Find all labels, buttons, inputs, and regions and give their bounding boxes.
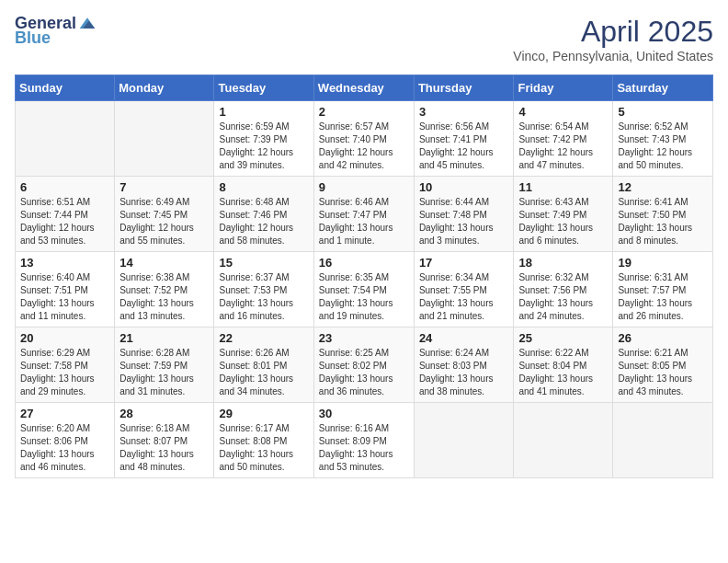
day-number: 12: [618, 180, 708, 194]
day-info: Sunrise: 6:54 AMSunset: 7:42 PMDaylight:…: [518, 121, 608, 172]
calendar-cell: 27Sunrise: 6:20 AMSunset: 8:06 PMDayligh…: [16, 403, 115, 478]
calendar-cell: 6Sunrise: 6:51 AMSunset: 7:44 PMDaylight…: [16, 177, 115, 252]
calendar-cell: 15Sunrise: 6:37 AMSunset: 7:53 PMDayligh…: [214, 252, 313, 327]
calendar-cell: 11Sunrise: 6:43 AMSunset: 7:49 PMDayligh…: [514, 177, 613, 252]
calendar-day-header: Sunday: [16, 75, 115, 101]
calendar-cell: 24Sunrise: 6:24 AMSunset: 8:03 PMDayligh…: [414, 327, 514, 403]
calendar-cell: 28Sunrise: 6:18 AMSunset: 8:07 PMDayligh…: [115, 403, 214, 478]
logo: General Blue: [15, 15, 97, 48]
calendar-day-header: Friday: [514, 75, 613, 101]
calendar-header-row: SundayMondayTuesdayWednesdayThursdayFrid…: [16, 75, 713, 101]
calendar-cell: 29Sunrise: 6:17 AMSunset: 8:08 PMDayligh…: [214, 403, 313, 478]
calendar-day-header: Tuesday: [214, 75, 313, 101]
day-number: 14: [119, 256, 209, 270]
calendar-cell: [115, 101, 214, 177]
day-number: 27: [20, 407, 109, 420]
calendar-day-header: Wednesday: [313, 75, 414, 101]
day-info: Sunrise: 6:40 AMSunset: 7:51 PMDaylight:…: [20, 271, 109, 323]
day-number: 11: [518, 180, 608, 194]
calendar-cell: 21Sunrise: 6:28 AMSunset: 7:59 PMDayligh…: [115, 327, 214, 403]
calendar-cell: 2Sunrise: 6:57 AMSunset: 7:40 PMDaylight…: [313, 101, 414, 177]
day-info: Sunrise: 6:57 AMSunset: 7:40 PMDaylight:…: [319, 121, 409, 172]
calendar-cell: [16, 101, 115, 177]
day-number: 16: [319, 256, 409, 270]
calendar-cell: 30Sunrise: 6:16 AMSunset: 8:09 PMDayligh…: [313, 403, 414, 478]
day-info: Sunrise: 6:43 AMSunset: 7:49 PMDaylight:…: [518, 196, 608, 247]
day-number: 2: [319, 105, 409, 119]
calendar-cell: 20Sunrise: 6:29 AMSunset: 7:58 PMDayligh…: [16, 327, 115, 403]
calendar-cell: 1Sunrise: 6:59 AMSunset: 7:39 PMDaylight…: [214, 101, 313, 177]
month-title: April 2025: [513, 15, 713, 49]
calendar-cell: 18Sunrise: 6:32 AMSunset: 7:56 PMDayligh…: [514, 252, 613, 327]
calendar-cell: 3Sunrise: 6:56 AMSunset: 7:41 PMDaylight…: [414, 101, 514, 177]
day-info: Sunrise: 6:49 AMSunset: 7:45 PMDaylight:…: [119, 196, 209, 247]
calendar-day-header: Saturday: [613, 75, 713, 101]
day-info: Sunrise: 6:25 AMSunset: 8:02 PMDaylight:…: [319, 347, 409, 398]
day-info: Sunrise: 6:37 AMSunset: 7:53 PMDaylight:…: [219, 271, 308, 323]
location-title: Vinco, Pennsylvania, United States: [513, 49, 713, 63]
day-number: 26: [618, 331, 708, 345]
day-info: Sunrise: 6:48 AMSunset: 7:46 PMDaylight:…: [219, 196, 308, 247]
day-number: 8: [219, 180, 308, 194]
day-number: 25: [518, 331, 608, 345]
calendar-week-row: 6Sunrise: 6:51 AMSunset: 7:44 PMDaylight…: [16, 177, 713, 252]
calendar-day-header: Monday: [115, 75, 214, 101]
calendar-day-header: Thursday: [414, 75, 514, 101]
day-info: Sunrise: 6:56 AMSunset: 7:41 PMDaylight:…: [419, 121, 509, 172]
day-number: 5: [618, 105, 708, 119]
day-info: Sunrise: 6:24 AMSunset: 8:03 PMDaylight:…: [419, 347, 509, 398]
calendar-week-row: 27Sunrise: 6:20 AMSunset: 8:06 PMDayligh…: [16, 403, 713, 478]
calendar-cell: [414, 403, 514, 478]
page-header: General Blue April 2025 Vinco, Pennsylva…: [15, 15, 713, 63]
calendar-cell: 13Sunrise: 6:40 AMSunset: 7:51 PMDayligh…: [16, 252, 115, 327]
calendar-cell: 23Sunrise: 6:25 AMSunset: 8:02 PMDayligh…: [313, 327, 414, 403]
day-info: Sunrise: 6:20 AMSunset: 8:06 PMDaylight:…: [20, 422, 109, 474]
day-number: 15: [219, 256, 308, 270]
day-number: 18: [518, 256, 608, 270]
day-info: Sunrise: 6:35 AMSunset: 7:54 PMDaylight:…: [319, 271, 409, 323]
day-info: Sunrise: 6:22 AMSunset: 8:04 PMDaylight:…: [518, 347, 608, 398]
calendar-cell: 5Sunrise: 6:52 AMSunset: 7:43 PMDaylight…: [613, 101, 713, 177]
title-area: April 2025 Vinco, Pennsylvania, United S…: [513, 15, 713, 63]
calendar-cell: 26Sunrise: 6:21 AMSunset: 8:05 PMDayligh…: [613, 327, 713, 403]
calendar-cell: 14Sunrise: 6:38 AMSunset: 7:52 PMDayligh…: [115, 252, 214, 327]
day-number: 9: [319, 180, 409, 194]
calendar-cell: 4Sunrise: 6:54 AMSunset: 7:42 PMDaylight…: [514, 101, 613, 177]
day-info: Sunrise: 6:44 AMSunset: 7:48 PMDaylight:…: [419, 196, 509, 247]
day-info: Sunrise: 6:26 AMSunset: 8:01 PMDaylight:…: [219, 347, 308, 398]
day-info: Sunrise: 6:21 AMSunset: 8:05 PMDaylight:…: [618, 347, 708, 398]
calendar-cell: [613, 403, 713, 478]
calendar-cell: 19Sunrise: 6:31 AMSunset: 7:57 PMDayligh…: [613, 252, 713, 327]
day-info: Sunrise: 6:31 AMSunset: 7:57 PMDaylight:…: [618, 271, 708, 323]
day-number: 30: [319, 407, 409, 420]
day-number: 29: [219, 407, 308, 420]
calendar-table: SundayMondayTuesdayWednesdayThursdayFrid…: [15, 75, 713, 478]
day-info: Sunrise: 6:28 AMSunset: 7:59 PMDaylight:…: [119, 347, 209, 398]
day-number: 24: [419, 331, 509, 345]
calendar-cell: 10Sunrise: 6:44 AMSunset: 7:48 PMDayligh…: [414, 177, 514, 252]
calendar-cell: 9Sunrise: 6:46 AMSunset: 7:47 PMDaylight…: [313, 177, 414, 252]
day-info: Sunrise: 6:18 AMSunset: 8:07 PMDaylight:…: [119, 422, 209, 474]
day-info: Sunrise: 6:51 AMSunset: 7:44 PMDaylight:…: [20, 196, 109, 247]
logo-blue: Blue: [15, 29, 97, 48]
day-number: 1: [219, 105, 308, 119]
day-number: 20: [20, 331, 109, 345]
calendar-cell: 17Sunrise: 6:34 AMSunset: 7:55 PMDayligh…: [414, 252, 514, 327]
calendar-week-row: 1Sunrise: 6:59 AMSunset: 7:39 PMDaylight…: [16, 101, 713, 177]
calendar-week-row: 13Sunrise: 6:40 AMSunset: 7:51 PMDayligh…: [16, 252, 713, 327]
day-info: Sunrise: 6:52 AMSunset: 7:43 PMDaylight:…: [618, 121, 708, 172]
day-info: Sunrise: 6:41 AMSunset: 7:50 PMDaylight:…: [618, 196, 708, 247]
day-number: 4: [518, 105, 608, 119]
calendar-cell: 25Sunrise: 6:22 AMSunset: 8:04 PMDayligh…: [514, 327, 613, 403]
day-number: 6: [20, 180, 109, 194]
calendar-cell: [514, 403, 613, 478]
calendar-cell: 7Sunrise: 6:49 AMSunset: 7:45 PMDaylight…: [115, 177, 214, 252]
day-info: Sunrise: 6:16 AMSunset: 8:09 PMDaylight:…: [319, 422, 409, 474]
day-number: 3: [419, 105, 509, 119]
calendar-week-row: 20Sunrise: 6:29 AMSunset: 7:58 PMDayligh…: [16, 327, 713, 403]
day-number: 17: [419, 256, 509, 270]
calendar-cell: 12Sunrise: 6:41 AMSunset: 7:50 PMDayligh…: [613, 177, 713, 252]
day-info: Sunrise: 6:59 AMSunset: 7:39 PMDaylight:…: [219, 121, 308, 172]
day-number: 23: [319, 331, 409, 345]
day-info: Sunrise: 6:38 AMSunset: 7:52 PMDaylight:…: [119, 271, 209, 323]
